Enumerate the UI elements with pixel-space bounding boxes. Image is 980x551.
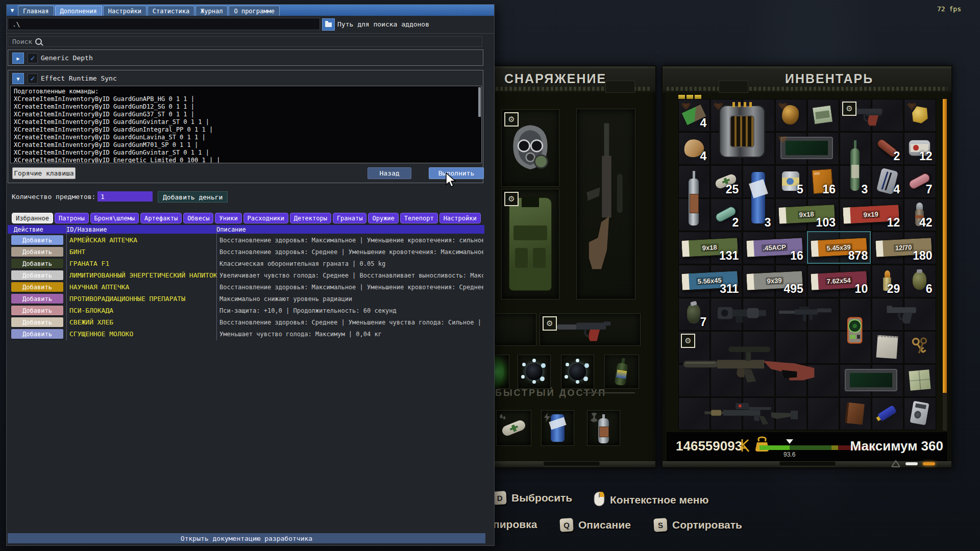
f1-grenade[interactable]: 7 [678,298,709,330]
open-docs-button[interactable]: Открыть документацию разработчика [8,533,485,543]
energy-drink[interactable]: 3 [743,165,773,230]
gear-icon[interactable]: ⚙ [681,334,695,348]
tab-Статистика[interactable]: Статистика [148,6,194,16]
vss-sniper-rifle[interactable]: ⚙ [678,331,838,396]
category-tab-Избранное[interactable]: Избранное [12,213,53,223]
add-money-button[interactable]: Добавить деньги [158,191,228,203]
tab-Дополнения[interactable]: Дополнения [55,6,102,16]
checkbox-effect-runtime-sync[interactable]: ✓ [28,73,38,84]
add-item-button[interactable]: Добавить [11,247,63,257]
armor-slot[interactable]: ⚙ [501,189,559,299]
canned-food[interactable]: 12 [904,132,935,164]
ak-rifle-reddot[interactable] [678,397,838,429]
keys[interactable] [904,331,935,363]
ammo-762x54[interactable]: 7.62x5410 [807,265,870,296]
hotkey-button[interactable]: Горячие клавиша [12,167,76,179]
quick-slot-2[interactable] [541,410,574,446]
artifact-slot-3[interactable] [561,355,594,389]
ammo-545x39[interactable]: 5.45x39878 [807,232,870,263]
category-tab-Телепорт[interactable]: Телепорт [400,213,438,223]
headgear-slot[interactable]: ⚙ [501,109,559,187]
ammo-1270-buck[interactable]: 12/70180 [872,232,935,263]
green-bottle[interactable]: 3 [840,132,870,197]
pink-cylinder[interactable]: 7 [904,165,935,197]
ammo-9x19[interactable]: 9x1912 [840,198,902,230]
tab-Главная[interactable]: Главная [18,6,54,16]
grenade-shell[interactable]: 42 [904,198,935,230]
add-item-button[interactable]: Добавить [11,329,63,339]
bread[interactable]: 4 [678,132,709,164]
category-tab-Оружие[interactable]: Оружие [368,213,398,223]
category-tab-Детекторы[interactable]: Детекторы [290,213,331,223]
sausage[interactable]: 2 [872,132,902,164]
tab-Журнал[interactable]: Журнал [195,6,228,16]
category-tab-Патроны[interactable]: Патроны [55,213,89,223]
gear-icon[interactable]: ⚙ [504,192,519,206]
inventory-scrollbar[interactable] [943,99,947,431]
collapse-icon[interactable]: ▼ [12,73,24,84]
pistol-slot[interactable]: ⚙ [540,313,641,346]
category-tab-Броня\шлемы[interactable]: Броня\шлемы [90,213,139,223]
primary-weapon-slot[interactable] [576,109,635,299]
ammo-9x39[interactable]: 9x39495 [743,265,805,296]
anomaly-detector[interactable] [840,298,870,363]
baby-food[interactable]: 5 [775,165,806,197]
add-item-button[interactable]: Добавить [11,270,63,280]
pistol[interactable] [872,298,935,330]
expand-icon[interactable]: ▶ [12,53,24,64]
artifact-slot-2[interactable] [518,355,551,389]
ammo-9x18[interactable]: 9x18103 [775,198,838,230]
gear-icon[interactable]: ⚙ [504,112,519,127]
back-button[interactable]: Назад [368,167,411,179]
voice-recorder[interactable] [904,397,935,429]
checkbox-generic-depth[interactable]: ✓ [28,53,38,63]
menu-collapse-icon[interactable]: ▼ [7,5,18,16]
scope[interactable] [710,298,773,330]
commands-scrollbar[interactable] [478,87,481,117]
brown-book[interactable] [840,397,870,429]
category-tab-Обвесы[interactable]: Обвесы [183,213,213,223]
addon-path-input[interactable]: .\ [8,18,320,30]
category-tab-Расходники[interactable]: Расходники [243,213,288,223]
green-cylinder[interactable]: 2 [710,198,741,230]
category-tab-Гранаты[interactable]: Гранаты [333,213,367,223]
execute-button[interactable]: Выполнить [429,167,484,179]
drum-magazine[interactable] [710,99,773,164]
add-item-button[interactable]: Добавить [11,259,63,268]
gold-wrapped-item[interactable] [904,99,935,131]
bandage[interactable]: 25 [710,165,741,197]
note-paper[interactable] [872,331,902,363]
circuit-board[interactable]: 4 [678,99,709,131]
pda-tablet[interactable] [775,132,838,164]
add-item-button[interactable]: Добавить [11,235,63,245]
quick-slot-3[interactable] [587,410,620,446]
browse-folder-button[interactable] [322,18,335,31]
bullet[interactable]: 29 [872,265,902,296]
usb-stick[interactable] [872,397,902,429]
category-tab-Уники[interactable]: Уники [215,213,241,223]
ammo-556x45[interactable]: 5.56x45311 [678,265,741,296]
silenced-smg[interactable] [775,298,838,330]
green-box[interactable] [807,99,838,131]
add-item-button[interactable]: Добавить [11,306,63,315]
tab-Настройки[interactable]: Настройки [103,6,146,16]
quick-slot-1[interactable] [496,410,531,446]
add-item-button[interactable]: Добавить [11,294,63,304]
pen-case[interactable]: 4 [872,165,902,197]
search-input[interactable]: Поиск [8,36,482,47]
vodka-bottle[interactable] [678,165,709,230]
add-item-button[interactable]: Добавить [11,317,63,327]
map-note[interactable] [904,364,935,396]
makarov-pistol[interactable]: ⚙ [840,99,902,131]
ammo-9x18-ap[interactable]: 9x18131 [678,232,741,263]
pda-tablet-2[interactable] [840,364,902,396]
category-tab-Артефакты[interactable]: Артефакты [140,213,182,223]
ammo-45acp[interactable]: .45ACP16 [743,232,805,263]
prepared-commands-textarea[interactable]: Подготовленные команды:XCreateItemInInve… [10,86,482,163]
quantity-input[interactable]: 1 [97,191,153,202]
gold-nugget[interactable] [775,99,806,131]
add-item-button[interactable]: Добавить [11,282,63,292]
gear-icon[interactable]: ⚙ [543,316,557,331]
artifact-slot-4[interactable] [604,355,639,389]
tab-О программе[interactable]: О программе [229,6,279,16]
